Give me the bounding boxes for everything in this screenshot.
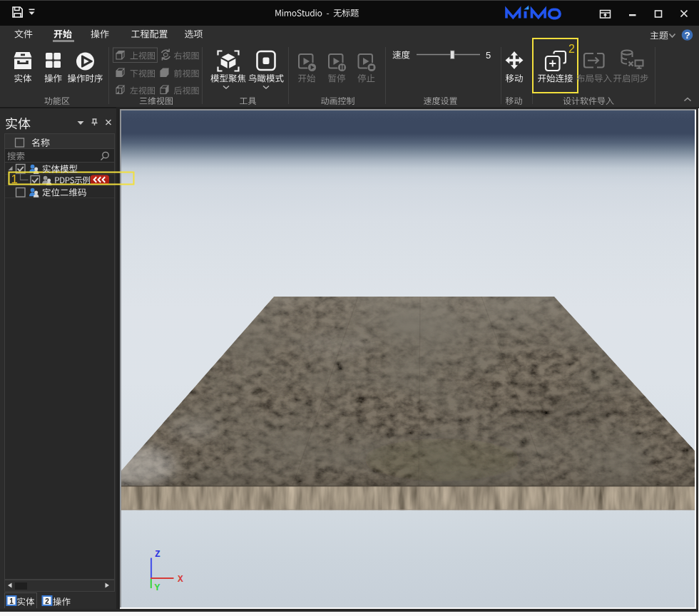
svg-text:2: 2 <box>45 597 49 605</box>
svg-text:1: 1 <box>9 597 14 605</box>
svg-text:?: ? <box>684 30 690 41</box>
svg-text:1: 1 <box>11 173 18 186</box>
svg-text:5: 5 <box>486 50 491 61</box>
svg-text:2: 2 <box>568 43 575 55</box>
